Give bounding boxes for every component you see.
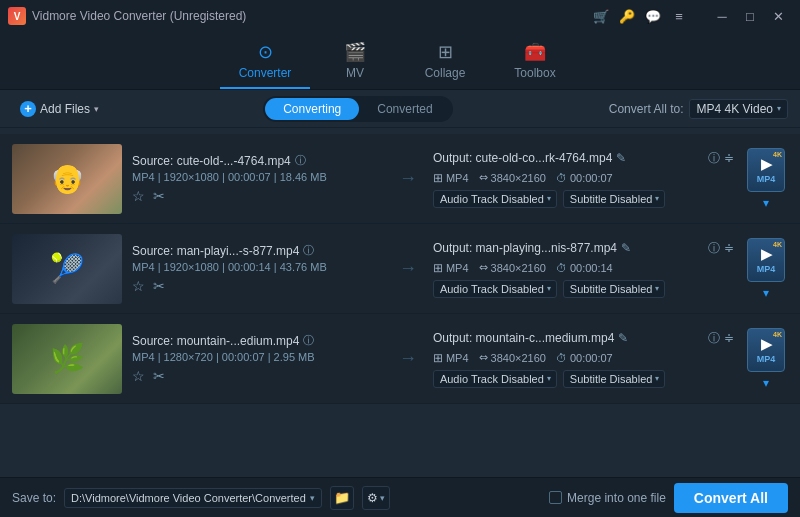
star-icon-1[interactable]: ☆ <box>132 188 145 204</box>
tab-converter-label: Converter <box>239 66 292 80</box>
thumbnail-1: 👴 <box>12 144 122 214</box>
open-folder-button[interactable]: 📁 <box>330 486 354 510</box>
close-button[interactable]: ✕ <box>764 5 792 27</box>
output-info-1: Output: cute-old-co...rk-4764.mp4 ✎ ⓘ ≑ … <box>433 150 734 208</box>
adjust-icon-2[interactable]: ≑ <box>724 241 734 255</box>
maximize-button[interactable]: □ <box>736 5 764 27</box>
star-icon-3[interactable]: ☆ <box>132 368 145 384</box>
video-info-1: Source: cute-old-...-4764.mp4 ⓘ MP4 | 19… <box>132 153 383 204</box>
audio-track-dropdown-3[interactable]: Audio Track Disabled ▾ <box>433 370 557 388</box>
output-source-2: Output: man-playing...nis-877.mp4 ✎ ⓘ ≑ <box>433 240 734 257</box>
audio-track-value-2: Audio Track Disabled <box>440 283 544 295</box>
subtitle-dropdown-1[interactable]: Subtitle Disabled ▾ <box>563 190 666 208</box>
badge-4k-label-1: 4K <box>773 151 782 158</box>
video-item-2: 🎾 Source: man-playi...-s-877.mp4 ⓘ MP4 |… <box>0 224 800 314</box>
merge-checkbox[interactable] <box>549 491 562 504</box>
mv-icon: 🎬 <box>344 41 366 63</box>
badge-format-label-1: MP4 <box>757 174 776 184</box>
source-info-icon-1[interactable]: ⓘ <box>295 153 306 168</box>
video-list: 👴 Source: cute-old-...-4764.mp4 ⓘ MP4 | … <box>0 128 800 477</box>
duration-value-1: 00:00:07 <box>570 172 613 184</box>
video-info-2: Source: man-playi...-s-877.mp4 ⓘ MP4 | 1… <box>132 243 383 294</box>
resolution-tag-3: ⇔ 3840×2160 <box>479 351 546 364</box>
output-dropdowns-1: Audio Track Disabled ▾ Subtitle Disabled… <box>433 190 734 208</box>
audio-dropdown-arrow-2: ▾ <box>547 284 551 293</box>
thumbnail-2: 🎾 <box>12 234 122 304</box>
format-grid-icon-1: ⊞ <box>433 171 443 185</box>
output-icon-col-2: 4K ▶ MP4 ▾ <box>744 238 788 300</box>
subtitle-dropdown-2[interactable]: Subtitle Disabled ▾ <box>563 280 666 298</box>
tab-collage[interactable]: ⊞ Collage <box>400 37 490 89</box>
format-badge-1: 4K ▶ MP4 <box>747 148 785 192</box>
minimize-button[interactable]: ─ <box>708 5 736 27</box>
settings-icon-1[interactable]: ⓘ <box>708 150 720 167</box>
output-row1-2: ⊞ MP4 ⇔ 3840×2160 ⏱ 00:00:14 <box>433 261 734 275</box>
video-actions-1: ☆ ✂ <box>132 188 383 204</box>
format-tag-3: ⊞ MP4 <box>433 351 469 365</box>
cart-icon[interactable]: 🛒 <box>592 7 610 25</box>
settings-icon-3[interactable]: ⓘ <box>708 330 720 347</box>
output-source-3: Output: mountain-c...medium.mp4 ✎ ⓘ ≑ <box>433 330 734 347</box>
arrow-col-1: → <box>393 168 423 189</box>
merge-label: Merge into one file <box>567 491 666 505</box>
convert-all-button[interactable]: Convert All <box>674 483 788 513</box>
adjust-icon-3[interactable]: ≑ <box>724 331 734 345</box>
video-meta-3: MP4 | 1280×720 | 00:00:07 | 2.95 MB <box>132 351 383 363</box>
add-files-button[interactable]: + Add Files ▾ <box>12 97 107 121</box>
output-row1-1: ⊞ MP4 ⇔ 3840×2160 ⏱ 00:00:07 <box>433 171 734 185</box>
video-item-1: 👴 Source: cute-old-...-4764.mp4 ⓘ MP4 | … <box>0 134 800 224</box>
title-bar: V Vidmore Video Converter (Unregistered)… <box>0 0 800 32</box>
arrow-col-2: → <box>393 258 423 279</box>
settings-icon-2[interactable]: ⓘ <box>708 240 720 257</box>
source-info-icon-3[interactable]: ⓘ <box>303 333 314 348</box>
adjust-icon-1[interactable]: ≑ <box>724 151 734 165</box>
key-icon[interactable]: 🔑 <box>618 7 636 25</box>
source-label-2: Source: man-playi...-s-877.mp4 <box>132 244 299 258</box>
tab-collage-label: Collage <box>425 66 466 80</box>
edit-icon-3[interactable]: ✎ <box>618 331 628 345</box>
duration-tag-3: ⏱ 00:00:07 <box>556 352 613 364</box>
resolution-value-3: 3840×2160 <box>491 352 546 364</box>
arrow-right-icon-1: → <box>399 168 417 189</box>
chat-icon[interactable]: 💬 <box>644 7 662 25</box>
output-dropdowns-3: Audio Track Disabled ▾ Subtitle Disabled… <box>433 370 734 388</box>
badge-expand-1[interactable]: ▾ <box>763 196 769 210</box>
save-to-label: Save to: <box>12 491 56 505</box>
video-actions-3: ☆ ✂ <box>132 368 383 384</box>
format-grid-icon-3: ⊞ <box>433 351 443 365</box>
menu-icon[interactable]: ≡ <box>670 7 688 25</box>
toolbar-tab-converted[interactable]: Converted <box>359 98 450 120</box>
format-tag-1: ⊞ MP4 <box>433 171 469 185</box>
subtitle-value-3: Subtitle Disabled <box>570 373 653 385</box>
clock-icon-1: ⏱ <box>556 172 567 184</box>
edit-icon-1[interactable]: ✎ <box>616 151 626 165</box>
badge-expand-2[interactable]: ▾ <box>763 286 769 300</box>
tab-toolbox[interactable]: 🧰 Toolbox <box>490 37 580 89</box>
app-icon: V <box>8 7 26 25</box>
source-info-icon-2[interactable]: ⓘ <box>303 243 314 258</box>
tab-mv[interactable]: 🎬 MV <box>310 37 400 89</box>
app-title: Vidmore Video Converter (Unregistered) <box>32 9 246 23</box>
tab-converter[interactable]: ⊙ Converter <box>220 37 310 89</box>
audio-track-dropdown-1[interactable]: Audio Track Disabled ▾ <box>433 190 557 208</box>
cut-icon-3[interactable]: ✂ <box>153 368 165 384</box>
badge-expand-3[interactable]: ▾ <box>763 376 769 390</box>
subtitle-dropdown-3[interactable]: Subtitle Disabled ▾ <box>563 370 666 388</box>
audio-track-dropdown-2[interactable]: Audio Track Disabled ▾ <box>433 280 557 298</box>
merge-checkbox-area: Merge into one file <box>549 491 666 505</box>
clock-icon-2: ⏱ <box>556 262 567 274</box>
resolution-icon-1: ⇔ <box>479 171 488 184</box>
convert-all-format-select[interactable]: MP4 4K Video ▾ <box>689 99 788 119</box>
format-value-3: MP4 <box>446 352 469 364</box>
cut-icon-1[interactable]: ✂ <box>153 188 165 204</box>
settings-dropdown-arrow: ▾ <box>380 493 385 503</box>
add-files-plus-icon: + <box>20 101 36 117</box>
format-grid-icon-2: ⊞ <box>433 261 443 275</box>
star-icon-2[interactable]: ☆ <box>132 278 145 294</box>
save-settings-button[interactable]: ⚙ ▾ <box>362 486 390 510</box>
toolbar-tab-converting[interactable]: Converting <box>265 98 359 120</box>
tab-mv-label: MV <box>346 66 364 80</box>
save-path-text: D:\Vidmore\Vidmore Video Converter\Conve… <box>71 492 306 504</box>
cut-icon-2[interactable]: ✂ <box>153 278 165 294</box>
edit-icon-2[interactable]: ✎ <box>621 241 631 255</box>
